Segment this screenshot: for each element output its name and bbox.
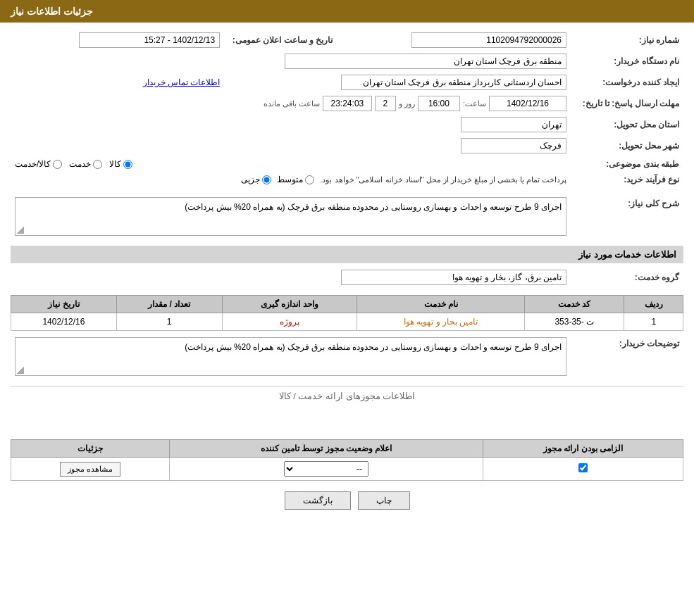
col-header-row: ردیف (624, 296, 683, 313)
resize-handle-2[interactable] (17, 367, 24, 374)
need-description-table: شرح کلی نیاز: اجرای 9 طرح توسعه و احدات … (11, 194, 683, 239)
back-button[interactable]: بازگشت (285, 491, 351, 510)
category-radio-kala-khidmat[interactable] (53, 160, 62, 169)
permits-section-title: اطلاعات مجوزهای ارائه خدمت / کالا (11, 386, 683, 406)
info-table: شماره نیاز: 1102094792000026 تاریخ و ساع… (11, 30, 683, 187)
col-header-date: تاریخ نیاز (11, 296, 117, 313)
permit-status-cell: -- دارم ندارم (170, 458, 483, 481)
response-days-label: روز و (399, 99, 415, 108)
action-buttons: چاپ بازگشت (11, 491, 683, 510)
buyer-notes-text: اجرای 9 طرح توسعه و احدات و بهسازی روستا… (185, 342, 562, 352)
permit-status-select[interactable]: -- دارم ندارم (284, 461, 368, 477)
creator-label: ایجاد کننده درخواست: (571, 72, 683, 93)
category-kala-khidmat[interactable]: کالا/خدمت (15, 159, 62, 169)
print-button[interactable]: چاپ (358, 491, 410, 510)
view-permit-button[interactable]: مشاهده مجوز (60, 462, 120, 477)
buyer-org-value: منطقه برق فرچک استان تهران (285, 54, 566, 69)
col-header-qty: تعداد / مقدار (116, 296, 222, 313)
col-header-unit: واحد اندازه گیری (222, 296, 357, 313)
delivery-city-label: شهر محل تحویل: (571, 135, 683, 156)
purchase-radio-mutavasit[interactable] (305, 175, 314, 184)
delivery-city-value: فرچک (461, 138, 566, 153)
purchase-type-mutavasit[interactable]: متوسط (277, 175, 314, 184)
permit-col-details: جزئیات (11, 440, 170, 458)
buyer-notes-label: توضیحات خریدار: (571, 334, 683, 379)
service-name: تامین بخار و تهویه هوا (357, 313, 525, 331)
page-header: جزئیات اطلاعات نیاز (0, 0, 694, 23)
buyer-org-label: نام دستگاه خریدار: (571, 51, 683, 72)
response-deadline-label: مهلت ارسال پاسخ: تا تاریخ: (571, 93, 683, 114)
service-group-table: گروه خدمت: تامین برق، گاز، بخار و تهویه … (11, 267, 683, 288)
permit-details-cell: مشاهده مجوز (11, 458, 170, 481)
purchase-type-label: نوع فرآیند خرید: (571, 172, 683, 187)
page-wrapper: جزئیات اطلاعات نیاز شماره نیاز: 11020947… (0, 0, 694, 616)
category-radio-group: کالا/خدمت خدمت کالا (15, 159, 566, 169)
spacer (11, 406, 683, 434)
service-code: ت -35-353 (525, 313, 624, 331)
response-date: 1402/12/16 (489, 96, 566, 111)
category-label: طبقه بندی موضوعی: (571, 156, 683, 172)
purchase-type-jozyi[interactable]: جزیی (241, 175, 271, 184)
service-quantity: 1 (116, 313, 222, 331)
purchase-radio-jozyi[interactable] (262, 175, 271, 184)
response-days: 2 (375, 96, 396, 111)
response-remaining: 23:24:03 (323, 96, 372, 111)
need-number-label: شماره نیاز: (571, 30, 683, 51)
permit-col-required: الزامی بودن ارائه مجوز (483, 440, 683, 458)
response-time-label: ساعت: (463, 99, 486, 108)
category-kala-khidmat-label: کالا/خدمت (15, 159, 51, 169)
buyer-notes-table: توضیحات خریدار: اجرای 9 طرح توسعه و احدا… (11, 334, 683, 379)
need-description-text: اجرای 9 طرح توسعه و احدات و بهسازی روستا… (185, 202, 562, 212)
service-date: 1402/12/16 (11, 313, 117, 331)
need-description-label: شرح کلی نیاز: (571, 194, 683, 239)
permit-required-cell (483, 458, 683, 481)
resize-handle[interactable] (17, 227, 24, 234)
category-radio-khidmat[interactable] (93, 160, 102, 169)
category-kala-label: کالا (109, 159, 121, 169)
purchase-mutavasit-label: متوسط (277, 175, 303, 184)
main-content: شماره نیاز: 1102094792000026 تاریخ و ساع… (0, 23, 694, 524)
permit-row: -- دارم ندارم مشاهده مجوز (11, 458, 683, 481)
table-row: 1 ت -35-353 تامین بخار و تهویه هوا پروژه… (11, 313, 683, 331)
need-number-value: 1102094792000026 (411, 32, 566, 48)
purchase-type-note: پرداخت تمام یا بخشی از مبلغ خریدار از مح… (320, 175, 566, 184)
col-header-name: نام خدمت (357, 296, 525, 313)
col-header-code: کد خدمت (525, 296, 624, 313)
service-group-value: تامین برق، گاز، بخار و تهویه هوا (341, 270, 566, 285)
service-group-label: گروه خدمت: (571, 267, 683, 288)
contact-link[interactable]: اطلاعات تماس خریدار (143, 77, 221, 87)
category-radio-kala[interactable] (123, 160, 132, 169)
permits-table: الزامی بودن ارائه مجوز اعلام وضعیت مجوز … (11, 439, 683, 481)
response-remaining-label: ساعت باقی مانده (264, 99, 320, 108)
service-row-num: 1 (624, 313, 683, 331)
services-table: ردیف کد خدمت نام خدمت واحد اندازه گیری ت… (11, 295, 683, 331)
announcement-datetime-value: 1402/12/13 - 15:27 (79, 32, 220, 48)
category-khidmat-label: خدمت (69, 159, 91, 169)
purchase-jozyi-label: جزیی (241, 175, 260, 184)
delivery-province-value: تهران (461, 117, 566, 132)
page-title: جزئیات اطلاعات نیاز (11, 6, 93, 17)
buyer-notes-content: اجرای 9 طرح توسعه و احدات و بهسازی روستا… (15, 337, 566, 376)
permit-col-status: اعلام وضعیت مجوز توسط تامین کننده (170, 440, 483, 458)
response-time: 16:00 (418, 96, 460, 111)
category-khidmat[interactable]: خدمت (69, 159, 102, 169)
delivery-province-label: استان محل تحویل: (571, 114, 683, 135)
services-section-header: اطلاعات خدمات مورد نیاز (11, 246, 683, 263)
need-description-content: اجرای 9 طرح توسعه و احدات و بهسازی روستا… (15, 197, 566, 236)
announcement-label: تاریخ و ساعت اعلان عمومی: (224, 30, 337, 51)
category-kala[interactable]: کالا (109, 159, 132, 169)
service-unit: پروژه (222, 313, 357, 331)
creator-value: احسان اردستانی کاربرداز منطقه برق فرچک ا… (341, 75, 566, 90)
permit-required-checkbox[interactable] (578, 463, 588, 472)
